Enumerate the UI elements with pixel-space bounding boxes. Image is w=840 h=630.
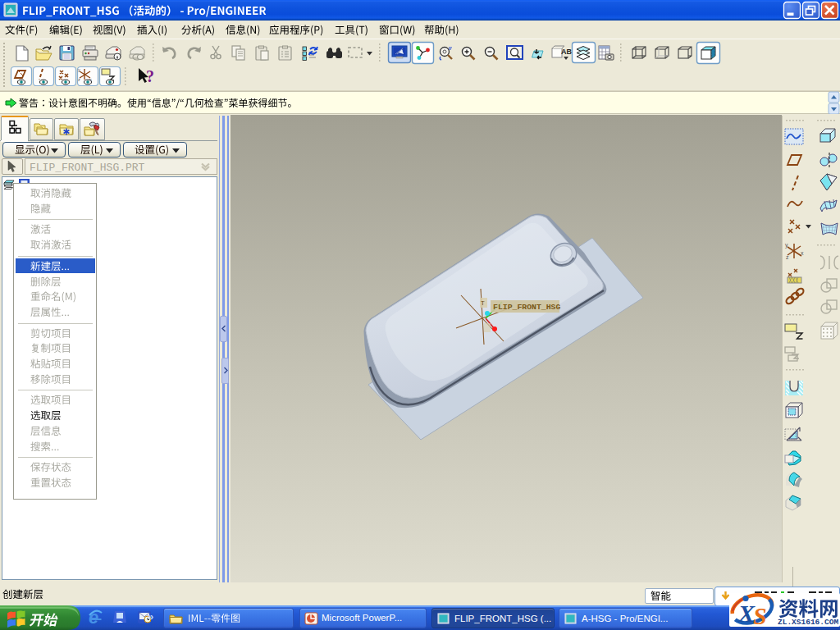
svg-text:AB: AB (561, 48, 572, 56)
svg-text:FLIP_FRONT_HSG: FLIP_FRONT_HSG (493, 303, 560, 312)
svg-text:S: S (753, 602, 767, 629)
svg-text:y: y (785, 242, 788, 249)
svg-text:T: T (481, 299, 485, 307)
svg-text:?: ? (146, 67, 154, 85)
svg-text:y: y (78, 67, 80, 72)
svg-text:x: x (801, 250, 804, 256)
svg-text:z: z (78, 77, 80, 82)
svg-text:z: z (786, 254, 789, 260)
